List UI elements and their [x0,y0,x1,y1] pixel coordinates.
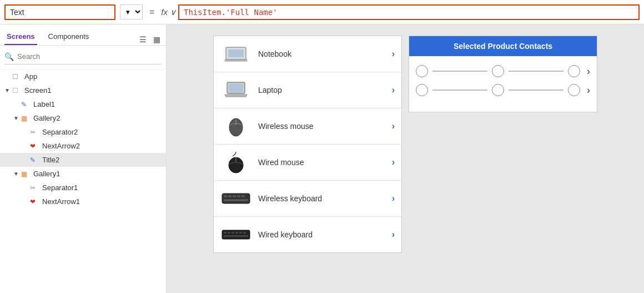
tab-components[interactable]: Components [46,28,92,45]
gallery-row-laptop[interactable]: Laptop› [214,72,401,108]
svg-rect-4 [229,84,243,92]
tree-label-separator1: Separator1 [42,183,162,192]
product-arrow-laptop: › [392,85,395,95]
product-icon-notebook [220,43,251,65]
search-icon: 🔍 [4,52,14,61]
svg-rect-21 [239,232,242,234]
product-name-wired-mouse: Wired mouse [258,158,392,167]
gallery-row-wired-mouse[interactable]: Wired mouse› [214,145,401,181]
tree-label-gallery2: Gallery2 [33,114,162,122]
detail-line-2a [432,90,487,91]
product-arrow-wireless-mouse: › [392,121,395,131]
tree-item-gallery2[interactable]: ▼▦Gallery2 [0,111,166,125]
svg-rect-20 [235,232,238,234]
sidebar-tabs: Screens Components ☰ ▦ [0,24,166,46]
tab-screens[interactable]: Screens [4,28,37,45]
tree-label-screen1: Screen1 [24,86,162,95]
product-name-wired-keyboard: Wired keyboard [258,230,392,239]
product-arrow-notebook: › [392,49,395,59]
tree-label-title2: Title2 [42,156,162,164]
tree-item-nextarrow2[interactable]: ❤NextArrow2 [0,139,166,153]
detail-row-2: › [416,84,590,96]
tree-item-label1[interactable]: ✎Label1 [0,97,166,111]
tree-icon-separator1: ✂ [30,184,40,192]
svg-rect-18 [228,232,230,234]
tree-icon-separator2: ✂ [30,128,40,136]
product-icon-wired-keyboard [220,224,251,246]
product-icon-wired-mouse [220,151,251,173]
grid-view-icon[interactable]: ▦ [152,34,162,45]
tree-item-gallery1[interactable]: ▼▦Gallery1 [0,167,166,181]
product-name-notebook: Notebook [258,49,392,58]
product-name-laptop: Laptop [258,86,392,95]
equals-sign: = [147,7,157,17]
svg-rect-15 [224,199,248,201]
gallery-row-wireless-mouse[interactable]: Wireless mouse› [214,108,401,145]
fx-label: fx [161,7,168,17]
search-input[interactable] [17,51,162,62]
tree-item-title2[interactable]: ✎Title2 [0,153,166,167]
row-arrow-2: › [587,85,590,96]
canvas-area: Notebook›Laptop›Wireless mouse›Wired mou… [167,24,644,293]
tree-icon-nextarrow1: ❤ [30,198,40,206]
detail-circle-2c [568,84,580,96]
svg-rect-19 [232,232,234,234]
search-wrap: 🔍 [4,50,162,64]
gallery-row-notebook[interactable]: Notebook› [214,36,401,72]
tree-label-gallery1: Gallery1 [33,170,162,178]
row-arrow-1: › [587,66,590,77]
tree-icon-nextarrow2: ❤ [30,142,40,150]
svg-rect-13 [237,195,240,197]
svg-rect-23 [224,235,248,237]
detail-circle-1b [492,65,504,77]
product-arrow-wired-keyboard: › [392,230,395,240]
gallery-row-wireless-keyboard[interactable]: Wireless keyboard› [214,181,401,217]
fx-dropdown[interactable]: ∨ [170,7,176,17]
property-dropdown[interactable]: ▾ [120,4,143,19]
top-bar: Text ▾ = fx ∨ [0,0,644,24]
tree-arrow-screen1: ▼ [4,87,12,93]
detail-line-2b [509,90,564,91]
tree-icon-gallery1: ▦ [21,170,31,178]
formula-input[interactable] [178,4,640,20]
tree-item-app[interactable]: ☐App [0,69,166,83]
tree-icon-label1: ✎ [21,101,31,108]
tree-item-separator1[interactable]: ✂Separator1 [0,181,166,195]
formula-bar: fx ∨ [161,4,640,20]
tree-icon-app: ☐ [12,73,22,81]
sidebar-search: 🔍 [0,46,166,69]
svg-rect-9 [222,193,250,203]
svg-rect-17 [224,232,227,234]
sidebar-tab-icons: ☰ ▦ [138,34,162,45]
tree-item-screen1[interactable]: ▼☐Screen1 [0,83,166,97]
tree-item-nextarrow1[interactable]: ❤NextArrow1 [0,195,166,208]
svg-rect-2 [228,49,244,57]
right-panel-body: › › [409,56,597,112]
detail-circle-2a [416,84,428,96]
gallery-list: Notebook›Laptop›Wireless mouse›Wired mou… [213,36,402,253]
product-icon-wireless-keyboard [220,187,251,210]
tree-label-label1: Label1 [33,100,162,108]
gallery-row-wired-keyboard[interactable]: Wired keyboard› [214,217,401,252]
tree-item-separator2[interactable]: ✂Separator2 [0,125,166,139]
svg-rect-1 [225,59,247,61]
svg-rect-11 [228,195,232,197]
svg-rect-22 [243,232,246,234]
svg-rect-10 [224,195,227,197]
sidebar: Screens Components ☰ ▦ 🔍 ☐App▼☐Screen1✎L… [0,24,167,293]
list-view-icon[interactable]: ☰ [138,34,148,45]
tree-label-app: App [24,72,162,81]
svg-rect-12 [233,195,236,197]
svg-rect-14 [242,195,245,197]
main-layout: Screens Components ☰ ▦ 🔍 ☐App▼☐Screen1✎L… [0,24,644,293]
detail-row-1: › [416,65,590,77]
right-panel: Selected Product Contacts › › [409,36,597,112]
product-arrow-wired-mouse: › [392,157,395,167]
text-property-input[interactable]: Text [4,4,115,20]
tree-arrow-gallery2: ▼ [13,115,21,121]
detail-circle-1a [416,65,428,77]
product-name-wireless-mouse: Wireless mouse [258,122,392,131]
product-arrow-wireless-keyboard: › [392,193,395,203]
product-name-wireless-keyboard: Wireless keyboard [258,194,392,203]
tree-icon-title2: ✎ [30,156,40,164]
